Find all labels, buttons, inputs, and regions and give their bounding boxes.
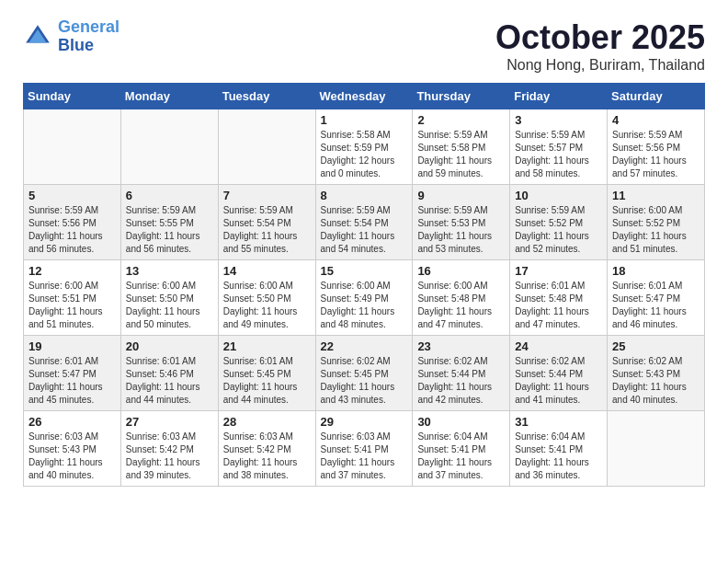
day-number: 31 xyxy=(515,415,602,429)
day-number: 23 xyxy=(417,339,505,353)
day-info: Sunrise: 6:01 AMSunset: 5:47 PMDaylight:… xyxy=(612,280,700,331)
calendar-cell: 1Sunrise: 5:58 AMSunset: 5:59 PMDaylight… xyxy=(315,109,413,185)
location: Nong Hong, Buriram, Thailand xyxy=(495,57,705,74)
calendar-cell: 20Sunrise: 6:01 AMSunset: 5:46 PMDayligh… xyxy=(120,336,218,411)
day-number: 24 xyxy=(515,339,602,353)
day-number: 30 xyxy=(417,415,505,429)
weekday-header-thursday: Thursday xyxy=(413,84,510,109)
calendar-cell: 27Sunrise: 6:03 AMSunset: 5:42 PMDayligh… xyxy=(120,411,218,487)
day-number: 11 xyxy=(612,189,700,202)
day-number: 20 xyxy=(126,339,213,353)
logo-icon xyxy=(23,22,52,52)
calendar-cell: 10Sunrise: 5:59 AMSunset: 5:52 PMDayligh… xyxy=(510,185,608,260)
day-info: Sunrise: 6:03 AMSunset: 5:42 PMDaylight:… xyxy=(223,431,311,482)
calendar-week-row-1: 1Sunrise: 5:58 AMSunset: 5:59 PMDaylight… xyxy=(24,109,705,185)
day-info: Sunrise: 5:59 AMSunset: 5:56 PMDaylight:… xyxy=(28,204,116,256)
day-number: 15 xyxy=(321,264,408,278)
page-header: General Blue October 2025 Nong Hong, Bur… xyxy=(23,18,705,74)
day-number: 16 xyxy=(417,264,505,278)
calendar-cell xyxy=(218,109,315,185)
day-number: 27 xyxy=(126,415,213,429)
day-number: 13 xyxy=(126,264,213,278)
day-info: Sunrise: 5:59 AMSunset: 5:58 PMDaylight:… xyxy=(417,129,505,180)
calendar-cell: 21Sunrise: 6:01 AMSunset: 5:45 PMDayligh… xyxy=(218,336,315,411)
day-info: Sunrise: 6:04 AMSunset: 5:41 PMDaylight:… xyxy=(417,431,505,482)
weekday-header-monday: Monday xyxy=(120,84,218,109)
calendar-cell: 29Sunrise: 6:03 AMSunset: 5:41 PMDayligh… xyxy=(315,411,413,487)
day-info: Sunrise: 5:59 AMSunset: 5:54 PMDaylight:… xyxy=(321,204,408,256)
calendar-cell: 22Sunrise: 6:02 AMSunset: 5:45 PMDayligh… xyxy=(315,336,413,411)
calendar-cell: 24Sunrise: 6:02 AMSunset: 5:44 PMDayligh… xyxy=(510,336,608,411)
day-number: 4 xyxy=(612,113,700,127)
weekday-header-row: SundayMondayTuesdayWednesdayThursdayFrid… xyxy=(24,84,705,109)
day-number: 19 xyxy=(28,339,116,353)
day-number: 7 xyxy=(223,189,311,202)
day-info: Sunrise: 6:00 AMSunset: 5:48 PMDaylight:… xyxy=(417,280,505,331)
calendar-cell: 9Sunrise: 5:59 AMSunset: 5:53 PMDaylight… xyxy=(413,185,510,260)
calendar-cell: 13Sunrise: 6:00 AMSunset: 5:50 PMDayligh… xyxy=(120,260,218,336)
calendar-week-row-4: 19Sunrise: 6:01 AMSunset: 5:47 PMDayligh… xyxy=(24,336,705,411)
day-info: Sunrise: 6:00 AMSunset: 5:51 PMDaylight:… xyxy=(28,280,116,331)
day-info: Sunrise: 6:02 AMSunset: 5:45 PMDaylight:… xyxy=(321,355,408,407)
day-info: Sunrise: 6:01 AMSunset: 5:46 PMDaylight:… xyxy=(126,355,213,407)
day-info: Sunrise: 5:58 AMSunset: 5:59 PMDaylight:… xyxy=(321,129,408,180)
calendar-cell: 11Sunrise: 6:00 AMSunset: 5:52 PMDayligh… xyxy=(608,185,705,260)
weekday-header-saturday: Saturday xyxy=(608,84,705,109)
day-info: Sunrise: 6:02 AMSunset: 5:44 PMDaylight:… xyxy=(417,355,505,407)
calendar-cell: 7Sunrise: 5:59 AMSunset: 5:54 PMDaylight… xyxy=(218,185,315,260)
day-number: 25 xyxy=(612,339,700,353)
day-info: Sunrise: 6:04 AMSunset: 5:41 PMDaylight:… xyxy=(515,431,602,482)
calendar-cell: 26Sunrise: 6:03 AMSunset: 5:43 PMDayligh… xyxy=(24,411,121,487)
day-number: 5 xyxy=(28,189,116,202)
weekday-header-wednesday: Wednesday xyxy=(315,84,413,109)
calendar-cell: 5Sunrise: 5:59 AMSunset: 5:56 PMDaylight… xyxy=(24,185,121,260)
day-info: Sunrise: 5:59 AMSunset: 5:55 PMDaylight:… xyxy=(126,204,213,256)
calendar-cell: 31Sunrise: 6:04 AMSunset: 5:41 PMDayligh… xyxy=(510,411,608,487)
weekday-header-friday: Friday xyxy=(510,84,608,109)
calendar-cell: 4Sunrise: 5:59 AMSunset: 5:56 PMDaylight… xyxy=(608,109,705,185)
day-info: Sunrise: 5:59 AMSunset: 5:53 PMDaylight:… xyxy=(417,204,505,256)
calendar-cell: 8Sunrise: 5:59 AMSunset: 5:54 PMDaylight… xyxy=(315,185,413,260)
title-block: October 2025 Nong Hong, Buriram, Thailan… xyxy=(495,18,705,74)
day-info: Sunrise: 6:01 AMSunset: 5:47 PMDaylight:… xyxy=(28,355,116,407)
day-info: Sunrise: 5:59 AMSunset: 5:57 PMDaylight:… xyxy=(515,129,602,180)
calendar-cell: 18Sunrise: 6:01 AMSunset: 5:47 PMDayligh… xyxy=(608,260,705,336)
day-number: 1 xyxy=(321,113,408,127)
day-info: Sunrise: 6:02 AMSunset: 5:43 PMDaylight:… xyxy=(612,355,700,407)
calendar-cell: 2Sunrise: 5:59 AMSunset: 5:58 PMDaylight… xyxy=(413,109,510,185)
calendar-cell: 17Sunrise: 6:01 AMSunset: 5:48 PMDayligh… xyxy=(510,260,608,336)
calendar-week-row-5: 26Sunrise: 6:03 AMSunset: 5:43 PMDayligh… xyxy=(24,411,705,487)
logo-text: General Blue xyxy=(58,18,119,55)
day-number: 6 xyxy=(126,189,213,202)
day-number: 3 xyxy=(515,113,602,127)
day-number: 26 xyxy=(28,415,116,429)
calendar-cell xyxy=(24,109,121,185)
calendar-week-row-2: 5Sunrise: 5:59 AMSunset: 5:56 PMDaylight… xyxy=(24,185,705,260)
month-title: October 2025 xyxy=(495,18,705,57)
day-info: Sunrise: 6:00 AMSunset: 5:50 PMDaylight:… xyxy=(223,280,311,331)
calendar-cell xyxy=(608,411,705,487)
day-info: Sunrise: 6:03 AMSunset: 5:42 PMDaylight:… xyxy=(126,431,213,482)
day-info: Sunrise: 6:00 AMSunset: 5:52 PMDaylight:… xyxy=(612,204,700,256)
day-info: Sunrise: 6:00 AMSunset: 5:49 PMDaylight:… xyxy=(321,280,408,331)
day-info: Sunrise: 6:01 AMSunset: 5:48 PMDaylight:… xyxy=(515,280,602,331)
day-number: 9 xyxy=(417,189,505,202)
day-number: 12 xyxy=(28,264,116,278)
day-info: Sunrise: 5:59 AMSunset: 5:54 PMDaylight:… xyxy=(223,204,311,256)
calendar-cell: 23Sunrise: 6:02 AMSunset: 5:44 PMDayligh… xyxy=(413,336,510,411)
calendar-cell: 6Sunrise: 5:59 AMSunset: 5:55 PMDaylight… xyxy=(120,185,218,260)
day-number: 2 xyxy=(417,113,505,127)
calendar-cell: 25Sunrise: 6:02 AMSunset: 5:43 PMDayligh… xyxy=(608,336,705,411)
calendar-cell: 15Sunrise: 6:00 AMSunset: 5:49 PMDayligh… xyxy=(315,260,413,336)
calendar-cell: 19Sunrise: 6:01 AMSunset: 5:47 PMDayligh… xyxy=(24,336,121,411)
day-info: Sunrise: 6:01 AMSunset: 5:45 PMDaylight:… xyxy=(223,355,311,407)
day-number: 17 xyxy=(515,264,602,278)
calendar-cell: 30Sunrise: 6:04 AMSunset: 5:41 PMDayligh… xyxy=(413,411,510,487)
calendar-cell: 16Sunrise: 6:00 AMSunset: 5:48 PMDayligh… xyxy=(413,260,510,336)
day-number: 22 xyxy=(321,339,408,353)
day-info: Sunrise: 6:03 AMSunset: 5:43 PMDaylight:… xyxy=(28,431,116,482)
day-number: 21 xyxy=(223,339,311,353)
logo: General Blue xyxy=(23,18,119,55)
calendar-cell: 28Sunrise: 6:03 AMSunset: 5:42 PMDayligh… xyxy=(218,411,315,487)
calendar-cell: 12Sunrise: 6:00 AMSunset: 5:51 PMDayligh… xyxy=(24,260,121,336)
